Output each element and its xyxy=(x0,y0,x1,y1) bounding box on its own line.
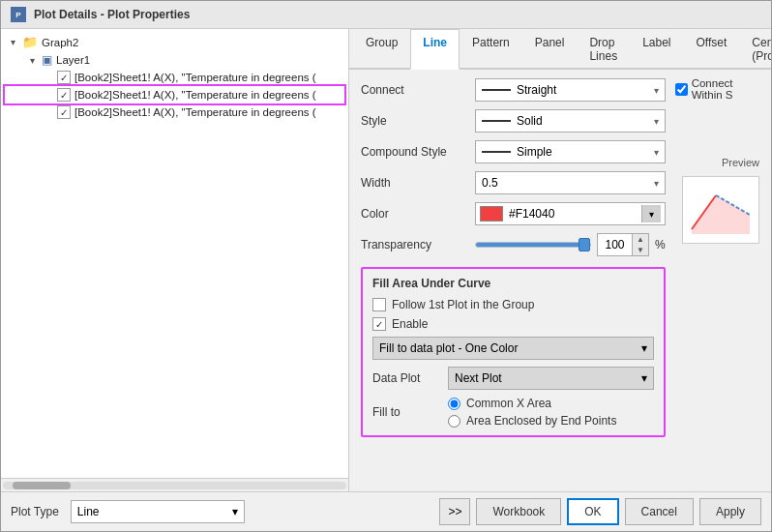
radio-common-x[interactable] xyxy=(448,398,460,410)
preview-label: Preview xyxy=(722,157,759,168)
connect-within-label: Connect Within S xyxy=(692,77,759,101)
tree-label-plot2: [Book2]Sheet1! A(X), "Temperature in deg… xyxy=(74,89,316,101)
connect-control: Straight ▾ xyxy=(475,78,666,102)
plot-type-value: Line xyxy=(77,505,100,518)
window-icon: P xyxy=(11,7,26,22)
fill-to-radios: Common X Area Area Enclosed by End Point… xyxy=(448,397,654,428)
tree-panel: ▾ 📁 Graph2 ▾ ▣ Layer1 [Book2]Sheet1! A( xyxy=(1,29,349,491)
radio-end-points-row: Area Enclosed by End Points xyxy=(448,414,654,428)
style-select[interactable]: Solid ▾ xyxy=(475,109,666,133)
tree-item-plot2[interactable]: [Book2]Sheet1! A(X), "Temperature in deg… xyxy=(5,86,344,103)
transparency-row: Transparency 100 ▲ xyxy=(361,232,666,257)
bottom-bar: Plot Type Line ▾ >> Workbook OK Cancel A… xyxy=(1,491,771,531)
check-plot3[interactable] xyxy=(57,105,71,119)
data-plot-label: Data Plot xyxy=(372,371,440,385)
connect-within-checkbox[interactable] xyxy=(675,83,688,96)
svg-marker-2 xyxy=(692,195,750,234)
tab-panel[interactable]: Panel xyxy=(522,29,578,70)
connect-arrow-icon: ▾ xyxy=(654,85,659,96)
fill-section-title: Fill Area Under Curve xyxy=(372,277,654,290)
width-control: 0.5 ▾ xyxy=(475,171,666,194)
tab-centroid[interactable]: Centroid (Pro xyxy=(739,29,771,70)
layer-icon: ▣ xyxy=(42,53,52,67)
tab-line[interactable]: Line xyxy=(410,29,460,70)
compound-style-row: Compound Style Simple ▾ xyxy=(361,139,666,164)
transparency-spin-up[interactable]: ▲ xyxy=(633,234,648,245)
compound-style-val: Simple xyxy=(482,145,654,159)
radio-end-points[interactable] xyxy=(448,415,460,428)
ok-button[interactable]: OK xyxy=(567,498,618,525)
fill-to-dropdown-text: Fill to data plot - One Color xyxy=(379,341,518,355)
style-control: Solid ▾ xyxy=(475,109,666,133)
preview-box xyxy=(682,176,759,244)
tab-pattern[interactable]: Pattern xyxy=(460,29,522,70)
tree-label-plot1: [Book2]Sheet1! A(X), "Temperature in deg… xyxy=(74,72,316,83)
enable-label: Enable xyxy=(392,317,428,331)
width-text: 0.5 xyxy=(482,176,498,190)
connect-line-preview xyxy=(482,89,511,91)
tree-item-plot1[interactable]: [Book2]Sheet1! A(X), "Temperature in deg… xyxy=(5,69,344,86)
width-label: Width xyxy=(361,176,467,190)
follow-label: Follow 1st Plot in the Group xyxy=(392,298,534,311)
tree-item-layer1[interactable]: ▾ ▣ Layer1 xyxy=(5,51,344,69)
compound-style-text: Simple xyxy=(517,145,552,159)
fill-to-dropdown-arrow: ▾ xyxy=(641,341,647,355)
follow-check[interactable] xyxy=(372,298,386,311)
radio-common-x-label: Common X Area xyxy=(466,397,551,410)
data-plot-select[interactable]: Next Plot ▾ xyxy=(448,367,654,390)
transparency-spin-down[interactable]: ▼ xyxy=(633,245,648,255)
transparency-spin-buttons: ▲ ▼ xyxy=(633,234,648,255)
plot-type-label: Plot Type xyxy=(11,505,59,518)
tree-label-graph2: Graph2 xyxy=(42,37,78,48)
compound-style-select[interactable]: Simple ▾ xyxy=(475,140,666,163)
transparency-slider-track[interactable] xyxy=(475,242,591,248)
width-select[interactable]: 0.5 ▾ xyxy=(475,171,666,194)
color-control: #F14040 ▾ xyxy=(475,202,666,225)
connect-row: Connect Straight ▾ xyxy=(361,77,666,103)
transparency-slider-fill xyxy=(476,243,590,247)
color-dropdown-btn[interactable]: ▾ xyxy=(641,205,661,222)
plot-type-select[interactable]: Line ▾ xyxy=(71,500,245,523)
enable-check[interactable] xyxy=(372,317,386,331)
radio-end-points-label: Area Enclosed by End Points xyxy=(466,414,616,428)
slider-row: 100 ▲ ▼ % xyxy=(475,233,666,256)
fill-to-dropdown[interactable]: Fill to data plot - One Color ▾ xyxy=(372,337,654,360)
tree-item-graph2[interactable]: ▾ 📁 Graph2 xyxy=(5,33,344,51)
width-arrow-icon: ▾ xyxy=(654,178,659,189)
tree-arrow-layer1: ▾ xyxy=(26,55,38,66)
hscroll-thumb[interactable] xyxy=(13,482,71,489)
color-label: Color xyxy=(361,207,467,221)
color-select[interactable]: #F14040 ▾ xyxy=(475,202,666,225)
style-label: Style xyxy=(361,114,467,128)
tab-group[interactable]: Group xyxy=(353,29,410,70)
compound-style-control: Simple ▾ xyxy=(475,140,666,163)
connect-select[interactable]: Straight ▾ xyxy=(475,78,666,102)
check-plot1[interactable] xyxy=(57,71,71,84)
hscroll-track[interactable] xyxy=(3,482,346,489)
tree-content: ▾ 📁 Graph2 ▾ ▣ Layer1 [Book2]Sheet1! A( xyxy=(1,29,348,478)
color-row: Color #F14040 ▾ xyxy=(361,201,666,226)
color-swatch xyxy=(480,206,503,222)
apply-button[interactable]: Apply xyxy=(699,498,761,525)
transparency-label: Transparency xyxy=(361,238,467,251)
preview-svg xyxy=(687,181,755,239)
check-plot2[interactable] xyxy=(57,88,71,102)
tab-offset[interactable]: Offset xyxy=(684,29,740,70)
arrows-button[interactable]: >> xyxy=(439,498,470,525)
width-row: Width 0.5 ▾ xyxy=(361,170,666,195)
main-content: ▾ 📁 Graph2 ▾ ▣ Layer1 [Book2]Sheet1! A( xyxy=(1,29,771,491)
tree-item-plot3[interactable]: [Book2]Sheet1! A(X), "Temperature in deg… xyxy=(5,103,344,121)
connect-text: Straight xyxy=(517,83,556,97)
settings-area: Connect Straight ▾ xyxy=(349,70,771,491)
transparency-control: 100 ▲ ▼ % xyxy=(475,233,666,256)
cancel-button[interactable]: Cancel xyxy=(625,498,694,525)
compound-line-preview xyxy=(482,151,511,153)
workbook-button[interactable]: Workbook xyxy=(476,498,561,525)
tab-drop-lines[interactable]: Drop Lines xyxy=(577,29,630,70)
tab-label[interactable]: Label xyxy=(630,29,683,70)
tree-hscroll[interactable] xyxy=(1,478,348,491)
transparency-spinbox[interactable]: 100 ▲ ▼ xyxy=(597,233,649,256)
style-text: Solid xyxy=(517,114,543,128)
tree-arrow-graph2: ▾ xyxy=(7,37,18,47)
transparency-slider-thumb[interactable] xyxy=(579,238,590,251)
